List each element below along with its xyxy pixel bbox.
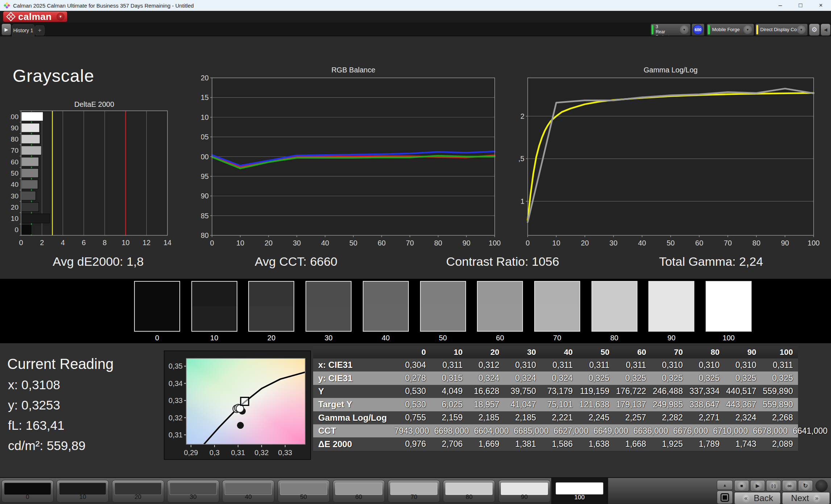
pattern-swatch-20	[248, 281, 294, 332]
display-control-chevron-button[interactable]: ▼	[797, 25, 806, 34]
display-control-label: Direct Display Control	[760, 27, 797, 33]
table-cell: 1,586	[541, 439, 578, 449]
table-cell: 2,089	[761, 439, 798, 449]
grayscale-level-button-100[interactable]: 100	[553, 480, 606, 503]
maximize-button[interactable]: □	[790, 0, 811, 11]
step-measure-button[interactable]: [·]	[766, 480, 781, 491]
column-header-30: 30	[504, 348, 541, 357]
settings-button[interactable]: ⚙	[809, 24, 820, 36]
svg-text:8: 8	[103, 239, 107, 247]
meter-chevron-button[interactable]: ▼	[680, 25, 689, 34]
target-swatch-50	[421, 306, 465, 331]
swatch-label-10: 10	[191, 334, 237, 342]
pattern-window-button[interactable]	[717, 491, 733, 504]
grayscale-level-button-50[interactable]: 50	[278, 480, 330, 503]
panel-expand-button[interactable]: ▲	[717, 480, 733, 490]
table-cell: 2,706	[431, 439, 468, 449]
table-cell: 73,179	[541, 386, 578, 396]
level-swatch-70	[390, 483, 437, 495]
swatch-label-0: 0	[134, 334, 180, 342]
grayscale-level-button-30[interactable]: 30	[167, 480, 219, 503]
level-swatch-50	[280, 483, 327, 495]
grayscale-level-button-60[interactable]: 60	[333, 480, 385, 503]
grayscale-level-button-10[interactable]: 10	[57, 480, 109, 503]
source-dropdown[interactable]: Mobile Forge ▼	[707, 24, 754, 36]
display-control-dropdown[interactable]: Direct Display Control ▼	[755, 24, 808, 36]
svg-text:0,35: 0,35	[169, 362, 183, 370]
table-cell: 39,750	[504, 386, 541, 396]
meter-speed-badge: 600	[693, 25, 703, 35]
minimize-button[interactable]: –	[770, 0, 790, 11]
table-cell: 2,324	[724, 413, 761, 423]
level-label-20: 20	[112, 494, 164, 501]
table-cell: 0,310	[688, 360, 724, 370]
session-play-button[interactable]: ▶	[1, 24, 11, 35]
svg-text:30: 30	[610, 239, 618, 247]
table-cell: 0,312	[468, 360, 504, 370]
meter-dropdown[interactable]: X-Rite i1Pro 3Rear Projector ▼	[651, 24, 691, 36]
calman-app-window: Calman 2025 Calman Ultimate for Business…	[0, 0, 831, 504]
target-swatch-0	[135, 306, 179, 331]
grayscale-level-button-70[interactable]: 70	[388, 480, 440, 503]
svg-text:0,32: 0,32	[254, 449, 269, 457]
title-bar: Calman 2025 Calman Ultimate for Business…	[0, 0, 831, 11]
table-cell: 6698,000	[434, 426, 474, 436]
logo-menu-button[interactable]: ▼	[57, 13, 65, 21]
close-button[interactable]: ×	[811, 0, 831, 11]
table-cell: 2,185	[504, 413, 541, 423]
continuous-measure-button[interactable]: ∞	[782, 480, 797, 491]
svg-text:0,3: 0,3	[209, 449, 220, 457]
collapse-panel-button[interactable]: ◀	[820, 24, 831, 36]
source-chevron-button[interactable]: ▼	[743, 25, 752, 34]
grayscale-level-button-20[interactable]: 20	[112, 480, 164, 503]
svg-text:4: 4	[61, 239, 65, 247]
calman-logo-button[interactable]: calman ▼	[3, 11, 67, 22]
tab-history-1[interactable]: History 1	[12, 24, 34, 36]
pattern-swatch-80	[591, 281, 637, 332]
add-tab-button[interactable]: +	[35, 25, 45, 35]
stop-measure-button[interactable]: ■	[734, 480, 749, 491]
actual-swatch-100	[706, 282, 751, 306]
refresh-measure-button[interactable]: ↻	[798, 480, 813, 491]
swatch-label-20: 20	[248, 334, 294, 342]
level-swatch-40	[225, 483, 272, 495]
previous-reading-dot-1	[237, 422, 244, 429]
level-swatch-80	[445, 483, 493, 495]
stop-square-icon	[723, 495, 727, 500]
target-swatch-20	[249, 306, 294, 331]
grayscale-level-button-40[interactable]: 40	[222, 480, 274, 503]
next-button[interactable]: Next »	[782, 492, 830, 504]
svg-text:80: 80	[752, 239, 760, 247]
grayscale-level-button-0[interactable]: 0	[1, 480, 54, 503]
deltae-bar-60	[21, 157, 39, 166]
grayscale-swatch-strip: Actual Target 0102030405060708090100	[0, 279, 831, 343]
grayscale-level-button-80[interactable]: 80	[443, 480, 495, 503]
svg-text:50: 50	[666, 239, 674, 247]
table-cell: 0,530	[394, 400, 431, 410]
meter-label: X-Rite i1Pro 3Rear Projector	[656, 24, 680, 36]
svg-text:0: 0	[210, 239, 214, 247]
grayscale-data-table: 0102030405060708090100x: CIE310,3040,311…	[313, 346, 798, 451]
svg-text:70: 70	[406, 239, 414, 247]
deltae-bar-50	[21, 168, 38, 177]
table-cell: 0,325	[724, 373, 761, 383]
chevron-down-icon: ▼	[746, 28, 749, 32]
svg-text:12: 12	[142, 239, 150, 247]
current-reading-fl: fL: 163,41	[8, 418, 65, 433]
target-swatch-100	[706, 306, 751, 331]
deltae-bar-40	[21, 180, 38, 189]
back-button[interactable]: « Back	[734, 492, 781, 504]
level-label-30: 30	[167, 494, 219, 501]
grayscale-level-button-90[interactable]: 90	[498, 480, 550, 503]
svg-text:1,5: 1,5	[518, 155, 524, 163]
play-measure-button[interactable]: ▶	[750, 480, 765, 491]
svg-text:0,33: 0,33	[278, 449, 292, 457]
level-swatch-100	[556, 482, 603, 495]
stop-icon: ■	[740, 483, 743, 488]
svg-text:30: 30	[11, 192, 18, 200]
actual-swatch-70	[535, 282, 579, 306]
table-cell: 338,647	[688, 400, 724, 410]
column-header-60: 60	[615, 348, 651, 357]
table-cell: 75,101	[541, 400, 578, 410]
svg-text:0,31: 0,31	[169, 431, 183, 439]
